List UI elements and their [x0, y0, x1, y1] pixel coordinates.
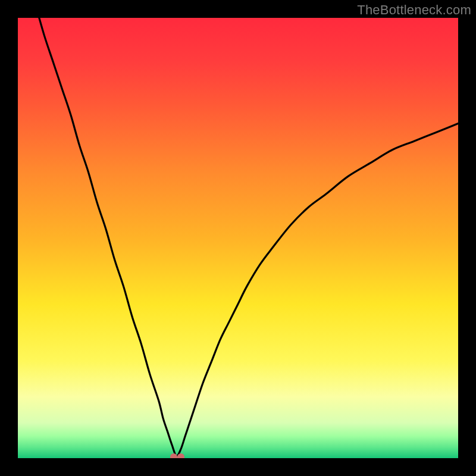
bottleneck-curve [18, 18, 458, 458]
plot-area [18, 18, 458, 458]
marker-dot [170, 453, 177, 458]
minimum-marker [170, 452, 184, 458]
attribution-label: TheBottleneck.com [357, 2, 471, 18]
chart-container: TheBottleneck.com [0, 0, 476, 476]
marker-dot [177, 453, 184, 458]
